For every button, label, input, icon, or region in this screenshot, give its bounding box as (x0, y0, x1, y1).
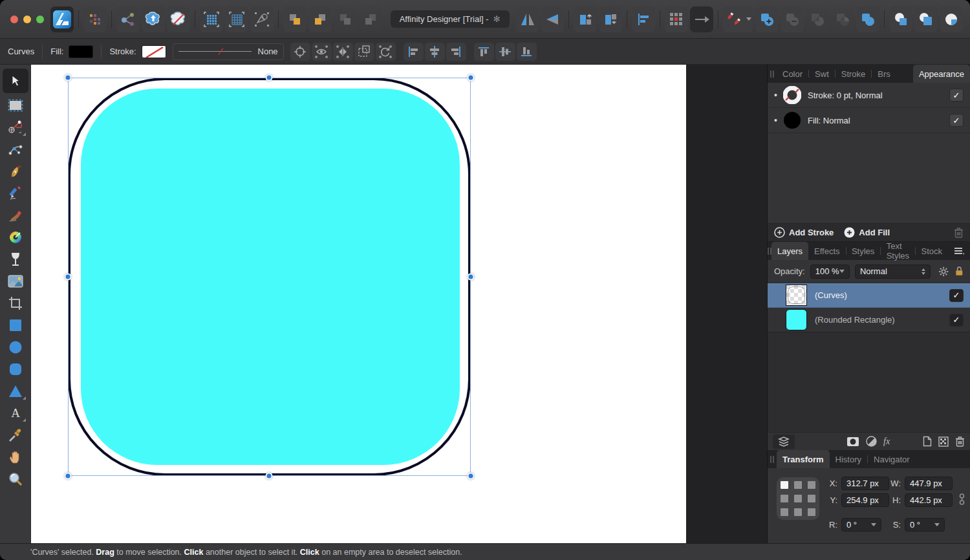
tab-navigator[interactable]: Navigator (868, 450, 916, 468)
rotate-cw-icon[interactable] (599, 6, 622, 32)
colour-picker-tool[interactable] (3, 424, 28, 446)
selection-handle-middle-right[interactable] (468, 274, 475, 281)
tab-stock[interactable]: Stock (915, 242, 948, 260)
layer-row-rounded-rectangle[interactable]: (Rounded Rectangle) (768, 308, 970, 332)
align-bottom-icon[interactable] (517, 43, 537, 61)
panel-grip[interactable] (768, 65, 777, 83)
panel-grip[interactable] (768, 450, 777, 468)
lock-layer-icon[interactable] (955, 266, 964, 277)
add-stroke-button[interactable]: Add Stroke (789, 228, 834, 237)
stroke-width-slider[interactable]: None (173, 43, 284, 60)
layer-settings-gear-icon[interactable] (938, 266, 949, 277)
layer-visible-checkbox[interactable] (949, 314, 964, 327)
layer-visible-checkbox[interactable] (949, 289, 964, 302)
anchor-point-selector[interactable] (781, 481, 815, 516)
rotation-dropdown[interactable]: 0 ° (841, 518, 881, 532)
pixel-grid-solid-icon[interactable] (200, 6, 223, 32)
pixel-grid-outline-icon[interactable] (225, 6, 248, 32)
align-right-icon[interactable] (446, 43, 466, 61)
boolean-xor-icon[interactable] (856, 6, 879, 32)
layer-effects-fx-icon[interactable]: fx (883, 436, 890, 447)
ellipse-tool[interactable] (3, 336, 28, 358)
arrange-front-disabled-icon[interactable] (334, 6, 357, 32)
stroke-visible-checkbox[interactable] (949, 89, 964, 102)
stack-chevrons-icon[interactable] (773, 435, 795, 449)
link-dimensions-icon[interactable] (959, 493, 965, 507)
appearance-stroke-row[interactable]: • Stroke: 0 pt, Normal (768, 83, 970, 108)
place-image-tool[interactable] (3, 270, 28, 292)
artistic-text-tool[interactable]: A (3, 402, 28, 424)
arrange-back-disabled-icon[interactable] (359, 6, 382, 32)
layer-row-curves[interactable]: (Curves) (768, 283, 970, 308)
panel-menu-icon[interactable] (948, 242, 970, 260)
fill-swatch[interactable] (69, 45, 93, 58)
selection-handle-top-right[interactable] (468, 74, 475, 81)
stroke-swatch[interactable] (142, 45, 166, 58)
selection-handle-bottom-left[interactable] (65, 473, 72, 480)
zoom-tool[interactable] (3, 468, 28, 490)
align-top-icon[interactable] (474, 43, 494, 61)
mask-layer-icon[interactable] (846, 436, 859, 447)
new-pixel-layer-icon[interactable] (938, 436, 949, 447)
align-center-h-icon[interactable] (425, 43, 445, 61)
tab-layers[interactable]: Layers (771, 242, 808, 260)
vector-crop-tool[interactable] (3, 292, 28, 314)
opacity-dropdown[interactable]: 100 % (810, 264, 850, 279)
geometry-combine-icon[interactable] (914, 6, 938, 32)
delete-layer-icon[interactable] (955, 436, 965, 447)
rotate-ccw-icon[interactable] (574, 6, 597, 32)
x-input[interactable]: 312.7 px (841, 477, 889, 490)
snap-badge-on-icon[interactable] (142, 6, 165, 32)
h-input[interactable]: 442.5 px (905, 493, 953, 507)
pencil-tool[interactable] (3, 182, 28, 204)
rounded-rectangle-tool[interactable] (3, 358, 28, 380)
add-stroke-icon[interactable] (774, 227, 785, 238)
no-stroke-swatch-icon[interactable] (783, 86, 801, 104)
fill-visible-checkbox[interactable] (949, 114, 964, 127)
pixel-move-icon[interactable] (690, 6, 713, 32)
shape-group-select-icon[interactable] (250, 6, 274, 32)
artboard-tool[interactable] (3, 94, 28, 116)
tab-brushes[interactable]: Brs (872, 65, 896, 83)
view-tool[interactable] (3, 446, 28, 468)
tab-color[interactable]: Color (777, 65, 808, 83)
snap-grid-icon[interactable] (665, 6, 688, 32)
flip-horizontal-icon[interactable] (516, 6, 539, 32)
magnet-snap-icon[interactable] (723, 6, 753, 32)
shear-dropdown[interactable]: 0 ° (905, 518, 945, 532)
selection-handle-top-left[interactable] (65, 74, 72, 81)
rectangle-tool[interactable] (3, 314, 28, 336)
geometry-quarter-icon[interactable] (940, 6, 963, 32)
stroke-width-marker[interactable] (218, 48, 223, 55)
fill-swatch-icon[interactable] (783, 111, 801, 129)
align-menu-icon[interactable] (632, 6, 655, 32)
tab-history[interactable]: History (830, 450, 867, 468)
boolean-add-icon[interactable] (755, 6, 779, 32)
boolean-divide-icon[interactable] (831, 6, 854, 32)
boolean-subtract-icon[interactable] (781, 6, 804, 32)
cycle-selection-target-icon[interactable] (290, 43, 310, 61)
rotate-selection-icon[interactable] (376, 43, 396, 61)
canvas[interactable] (31, 65, 767, 543)
tab-transform[interactable]: Transform (777, 450, 830, 468)
stroke-width-track[interactable] (178, 51, 252, 52)
flip-vertical-icon[interactable] (541, 6, 565, 32)
adjustment-layer-icon[interactable] (866, 436, 877, 447)
flip-in-place-icon[interactable] (333, 43, 353, 61)
document-title[interactable]: Affinity Designer [Trial] - ✻ (391, 10, 510, 28)
new-layer-icon[interactable] (923, 436, 932, 447)
tab-swatches[interactable]: Swt (809, 65, 835, 83)
delete-appearance-icon[interactable] (954, 227, 964, 238)
pasteboard[interactable] (686, 65, 767, 543)
selection-handle-top-center[interactable] (266, 74, 273, 81)
selection-handle-bottom-right[interactable] (468, 473, 475, 480)
arrange-backward-icon[interactable] (308, 6, 332, 32)
transparency-tool[interactable] (3, 248, 28, 270)
tab-text-styles[interactable]: Text Styles (881, 242, 915, 260)
tab-appearance[interactable]: Appearance (913, 65, 970, 83)
node-link-icon[interactable] (116, 6, 140, 32)
fullscreen-button[interactable] (36, 16, 44, 23)
duplicate-selection-icon[interactable] (354, 43, 374, 61)
triangle-tool[interactable] (3, 380, 28, 402)
blend-mode-dropdown[interactable]: Normal (855, 264, 931, 279)
